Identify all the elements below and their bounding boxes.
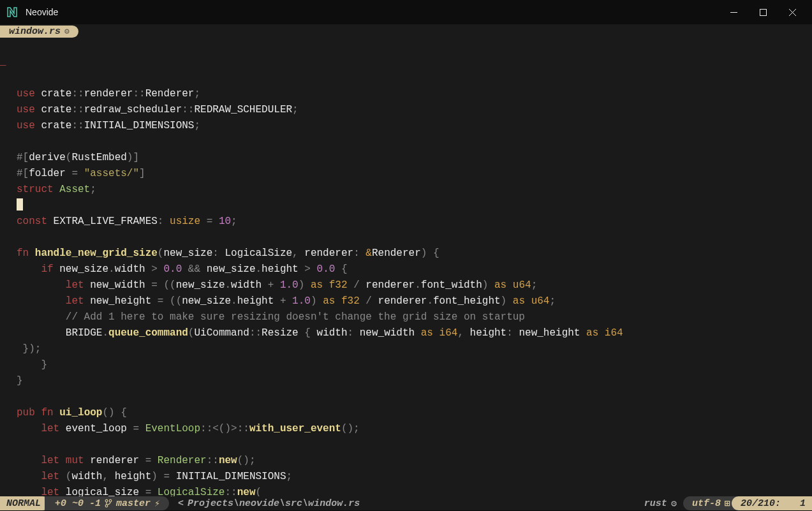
windows-icon: ⊞ — [725, 498, 730, 510]
code-line — [5, 230, 812, 246]
filetype-icon: ⚙ — [671, 498, 677, 510]
encoding-segment: utf-8 ⊞ — [683, 496, 737, 510]
code-line — [5, 198, 812, 214]
code-line: } — [5, 357, 812, 373]
code-line: let (width, height) = INITIAL_DIMENSIONS… — [5, 469, 812, 485]
line-position: 20/210: — [741, 498, 781, 509]
code-line: let mut renderer = Renderer::new(); — [5, 453, 812, 469]
tabline: window.rs ⚙ — [0, 24, 812, 38]
tab-filename: window.rs — [9, 26, 61, 37]
code-line: let event_loop = EventLoop::<()>::with_u… — [5, 421, 812, 437]
close-button[interactable] — [778, 0, 807, 24]
code-line: struct Asset; — [5, 182, 812, 198]
mode-indicator: NORMAL — [0, 496, 50, 510]
code-line: let new_width = ((new_size.width + 1.0) … — [5, 278, 812, 293]
code-line: BRIDGE.queue_command(UiCommand::Resize {… — [5, 325, 812, 341]
app-logo — [5, 5, 19, 19]
code-line — [5, 389, 812, 405]
code-line — [5, 437, 812, 453]
code-line: }); — [5, 341, 812, 357]
rust-icon: ⚙ — [64, 26, 70, 36]
code-line: use crate::INITIAL_DIMENSIONS; — [5, 118, 812, 134]
code-line: #[folder = "assets/"] — [5, 166, 812, 182]
code-line — [5, 134, 812, 150]
position-segment: 20/210: 1 — [732, 496, 812, 510]
code-line: } — [5, 373, 812, 389]
svg-point-4 — [105, 500, 108, 502]
code-line: fn handle_new_grid_size(new_size: Logica… — [5, 246, 812, 262]
encoding-label: utf-8 — [692, 498, 721, 509]
statusline: NORMAL +0 ~0 -1 master⚡ <Projects\neovid… — [0, 496, 812, 510]
lightning-icon: ⚡ — [154, 498, 160, 510]
editor-pane[interactable]: _ use crate::renderer::Renderer;use crat… — [0, 38, 812, 496]
svg-point-5 — [109, 500, 112, 502]
code-line: use crate::redraw_scheduler::REDRAW_SCHE… — [5, 102, 812, 118]
minimize-button[interactable] — [719, 0, 748, 24]
svg-rect-1 — [760, 9, 766, 15]
code-line: let logical_size = LogicalSize::new( — [5, 485, 812, 496]
svg-point-6 — [105, 505, 108, 507]
gutter-change-mark: _ — [0, 54, 6, 70]
branch-icon — [105, 498, 112, 509]
code-line: let new_height = ((new_size.height + 1.0… — [5, 293, 812, 309]
path-prefix: < — [178, 498, 184, 509]
filetype-segment: rust ⚙ — [638, 496, 683, 510]
window-title: Neovide — [26, 7, 58, 17]
code-line: pub fn ui_loop() { — [5, 405, 812, 421]
git-segment: +0 ~0 -1 master⚡ — [45, 496, 169, 510]
cursor — [17, 198, 23, 211]
file-path: Projects\neovide\src\window.rs — [188, 498, 360, 509]
maximize-button[interactable] — [748, 0, 778, 24]
git-changes: +0 ~0 -1 — [55, 498, 101, 509]
code-line: use crate::renderer::Renderer; — [5, 86, 812, 102]
filetype-label: rust — [644, 498, 667, 509]
code-content: use crate::renderer::Renderer;use crate:… — [5, 86, 812, 496]
code-line: #[derive(RustEmbed)] — [5, 150, 812, 166]
code-line: if new_size.width > 0.0 && new_size.heig… — [5, 262, 812, 278]
file-path-segment: <Projects\neovide\src\window.rs — [169, 496, 366, 510]
col-position: 1 — [800, 498, 806, 509]
git-branch: master — [116, 498, 151, 509]
code-line: // Add 1 here to make sure resizing does… — [5, 309, 812, 325]
tab-window-rs[interactable]: window.rs ⚙ — [0, 26, 78, 38]
code-line: const EXTRA_LIVE_FRAMES: usize = 10; — [5, 214, 812, 230]
titlebar: Neovide — [0, 0, 812, 24]
